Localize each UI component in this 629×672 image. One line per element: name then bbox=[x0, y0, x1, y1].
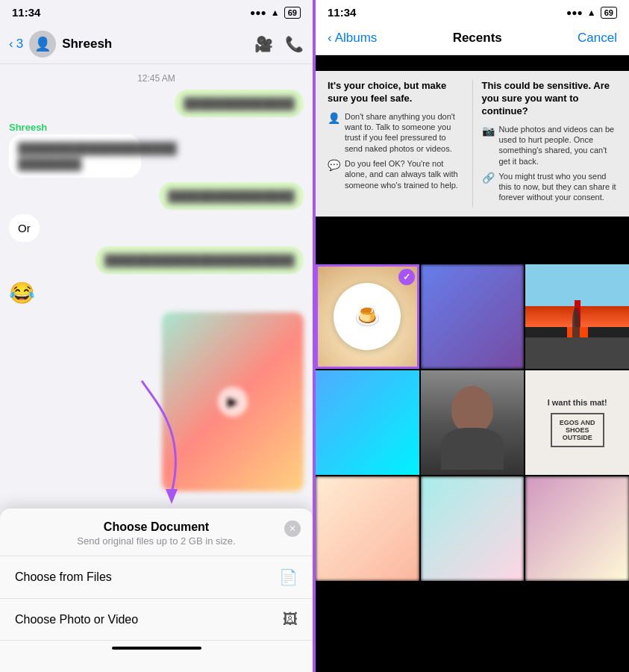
phone-call-icon[interactable]: 📞 bbox=[285, 35, 304, 53]
chevron-left-icon: ‹ bbox=[328, 31, 332, 46]
photo-picker-header: ‹ Albums Recents Cancel bbox=[316, 25, 629, 55]
warning-right-item-1: 📷 Nude photos and videos can be used to … bbox=[482, 124, 618, 167]
warning-left-item-2: 💬 Do you feel OK? You're not alone, and … bbox=[328, 158, 463, 190]
warning-icon-2: 💬 bbox=[328, 159, 340, 171]
warning-right: This could be sensitive. Are you sure yo… bbox=[476, 80, 624, 208]
choose-photo-video-item[interactable]: Choose Photo or Video 🖼 bbox=[0, 599, 313, 641]
selection-badge: ✓ bbox=[398, 269, 415, 285]
photo-cell-2[interactable] bbox=[421, 264, 525, 369]
mat-photo: I want this mat! EGOS ANDSHOESOUTSIDE bbox=[525, 370, 629, 475]
sheet-title: Choose Document bbox=[0, 520, 313, 534]
warning-left: It's your choice, but make sure you feel… bbox=[322, 80, 469, 208]
right-wifi-icon: ▲ bbox=[587, 7, 596, 18]
photo-cell-3[interactable] bbox=[525, 264, 629, 369]
left-status-bar: 11:34 ●●● ▲ 69 bbox=[0, 0, 313, 25]
message-bubble-or: Or bbox=[9, 214, 304, 242]
person-portrait bbox=[421, 370, 525, 475]
recents-title: Recents bbox=[453, 31, 502, 46]
warning-left-title: It's your choice, but make sure you feel… bbox=[328, 80, 463, 105]
signal-icon: ●●● bbox=[250, 7, 266, 18]
sensitive-warning: It's your choice, but make sure you feel… bbox=[316, 71, 629, 217]
file-icon: 📄 bbox=[279, 568, 298, 586]
message-bubble-left-1: Shreesh ████████████████████████████ bbox=[9, 122, 304, 178]
photo-grid: 🍮 ✓ I want this mat bbox=[316, 264, 629, 581]
dish-circle: 🍮 bbox=[334, 283, 401, 350]
message-emoji: 😂 bbox=[9, 279, 304, 308]
message-timestamp: 12:45 AM bbox=[9, 73, 304, 84]
back-button[interactable]: ‹ 3 bbox=[9, 37, 23, 52]
warning-left-item-1: 👤 Don't share anything you don't want to… bbox=[328, 111, 463, 154]
warning-icon-4: 🔗 bbox=[482, 172, 495, 184]
mat-top-text: I want this mat! bbox=[548, 398, 607, 407]
sheet-header: Choose Document Send original files up t… bbox=[0, 520, 313, 556]
cancel-button[interactable]: Cancel bbox=[578, 31, 617, 46]
face bbox=[451, 386, 492, 433]
person bbox=[572, 308, 580, 337]
warning-right-title: This could be sensitive. Are you sure yo… bbox=[482, 80, 618, 118]
left-status-icons: ●●● ▲ 69 bbox=[250, 7, 301, 19]
right-signal-icon: ●●● bbox=[566, 7, 583, 18]
sender-name: Shreesh bbox=[9, 122, 186, 133]
message-bubble-right-3: ████████████████████████ bbox=[9, 246, 304, 274]
choose-photo-label: Choose Photo or Video bbox=[15, 613, 138, 626]
chat-body: 12:45 AM ██████████████ Shreesh ████████… bbox=[0, 64, 313, 497]
photo-cell-6[interactable]: I want this mat! EGOS ANDSHOESOUTSIDE bbox=[525, 370, 629, 475]
left-time: 11:34 bbox=[12, 6, 40, 19]
right-battery-icon: 69 bbox=[601, 7, 617, 19]
message-bubble-right-2: ████████████████ bbox=[9, 182, 304, 210]
divider bbox=[472, 80, 473, 208]
header-action-icons: 🎥 📞 bbox=[254, 35, 304, 53]
right-time: 11:34 bbox=[328, 6, 356, 19]
contact-name: Shreesh bbox=[62, 37, 248, 52]
warning-right-item-2: 🔗 You might trust who you send this to n… bbox=[482, 171, 618, 203]
bottom-sheet: Choose Document Send original files up t… bbox=[0, 508, 313, 672]
photo-video-icon: 🖼 bbox=[283, 611, 298, 628]
mat-box: EGOS ANDSHOESOUTSIDE bbox=[551, 413, 604, 447]
ground bbox=[525, 337, 629, 369]
blurred-photo-7 bbox=[316, 476, 419, 581]
photo-cell-1[interactable]: 🍮 ✓ bbox=[316, 264, 419, 369]
right-status-icons: ●●● ▲ 69 bbox=[566, 7, 617, 19]
blurred-photo-8 bbox=[421, 476, 525, 581]
warning-icon-3: 📷 bbox=[482, 125, 495, 137]
avatar-icon: 👤 bbox=[34, 36, 51, 52]
wifi-icon: ▲ bbox=[271, 7, 280, 18]
blurred-photo-9 bbox=[525, 476, 629, 581]
photo-attachment: ▶ bbox=[162, 312, 304, 491]
choose-files-label: Choose from Files bbox=[15, 570, 112, 584]
choose-files-item[interactable]: Choose from Files 📄 bbox=[0, 556, 313, 599]
photo-cell-9[interactable] bbox=[525, 476, 629, 581]
back-count: 3 bbox=[16, 37, 23, 52]
photo-attachment-bubble: ▶ bbox=[9, 312, 304, 491]
tower-photo bbox=[525, 264, 629, 369]
message-bubble-right-1: ██████████████ bbox=[9, 90, 304, 117]
photo-cell-8[interactable] bbox=[421, 476, 525, 581]
body bbox=[441, 428, 503, 470]
sheet-subtitle: Send original files up to 2 GB in size. bbox=[0, 535, 313, 547]
play-button[interactable]: ▶ bbox=[218, 387, 248, 417]
mat-box-text: EGOS ANDSHOESOUTSIDE bbox=[560, 419, 595, 441]
home-indicator bbox=[112, 647, 201, 650]
photo-cell-4[interactable] bbox=[316, 370, 419, 475]
blurred-photo-2 bbox=[421, 264, 525, 369]
albums-button[interactable]: ‹ Albums bbox=[328, 31, 377, 46]
close-button[interactable]: ✕ bbox=[284, 520, 301, 537]
chevron-left-icon: ‹ bbox=[9, 37, 13, 52]
chat-header: ‹ 3 👤 Shreesh 🎥 📞 bbox=[0, 25, 313, 64]
photo-cell-7[interactable] bbox=[316, 476, 419, 581]
right-status-bar: 11:34 ●●● ▲ 69 bbox=[316, 0, 629, 25]
warning-icon-1: 👤 bbox=[328, 112, 340, 124]
battery-icon: 69 bbox=[284, 7, 301, 19]
video-call-icon[interactable]: 🎥 bbox=[254, 35, 273, 53]
avatar: 👤 bbox=[29, 31, 56, 57]
left-panel: 11:34 ●●● ▲ 69 ‹ 3 👤 Shreesh 🎥 📞 12:45 A… bbox=[0, 0, 314, 672]
albums-label: Albums bbox=[335, 31, 378, 46]
right-panel: 11:34 ●●● ▲ 69 ‹ Albums Recents Cancel I… bbox=[314, 0, 629, 672]
blurred-photo-4 bbox=[316, 370, 419, 475]
photo-cell-5[interactable] bbox=[421, 370, 525, 475]
